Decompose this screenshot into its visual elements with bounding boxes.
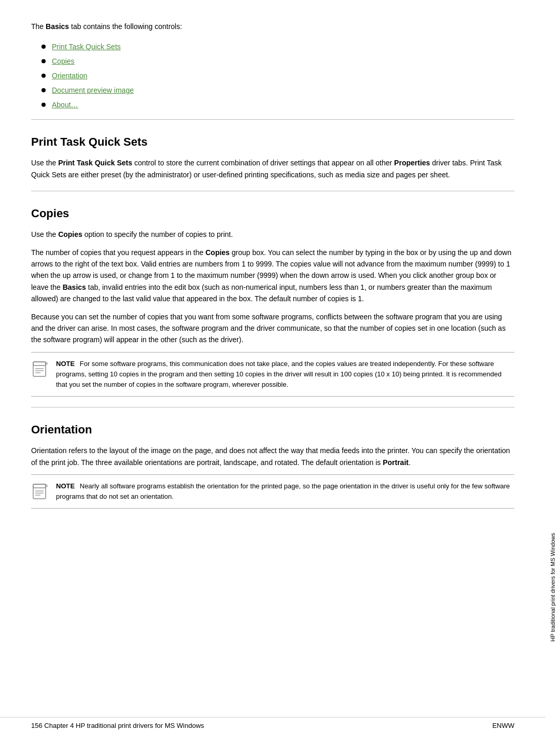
copies-para1: Use the Copies option to specify the num… [31, 229, 514, 240]
bullet-dot [41, 88, 46, 92]
footer-right: ENWW [492, 722, 514, 729]
copies-para2: The number of copies that you request ap… [31, 247, 514, 305]
note-text-copies: For some software programs, this communi… [56, 360, 501, 388]
svg-rect-6 [33, 484, 46, 499]
list-item: Print Task Quick Sets [31, 43, 514, 51]
section-divider-copies [31, 191, 514, 191]
main-content: The Basics tab contains the following co… [0, 0, 545, 745]
link-copies[interactable]: Copies [52, 57, 75, 65]
list-item: Copies [31, 57, 514, 65]
section-divider [31, 119, 514, 120]
link-print-task-quick-sets[interactable]: Print Task Quick Sets [52, 43, 121, 51]
svg-text:✎: ✎ [45, 361, 48, 366]
basics-bold: Basics [46, 22, 69, 31]
list-item: Orientation [31, 72, 514, 80]
note-box-copies: ✎ NOTE For some software programs, this … [31, 352, 514, 397]
copies-para3: Because you can set the number of copies… [31, 311, 514, 346]
print-task-para: Use the Print Task Quick Sets control to… [31, 157, 514, 180]
bullet-dot [41, 45, 46, 49]
svg-rect-1 [33, 362, 46, 366]
sidebar: HP traditional print drivers for MS Wind… [545, 0, 560, 745]
intro-paragraph: The Basics tab contains the following co… [31, 21, 514, 32]
note-label-orientation: NOTE [56, 482, 75, 490]
svg-text:✎: ✎ [45, 484, 48, 488]
orientation-para1: Orientation refers to the layout of the … [31, 445, 514, 468]
copies-group-bold: Copies [205, 248, 230, 257]
note-content-copies: NOTE For some software programs, this co… [56, 359, 514, 390]
bullet-dot [41, 59, 46, 63]
link-orientation[interactable]: Orientation [52, 72, 87, 80]
note-text-orientation: Nearly all software programs establish t… [56, 482, 510, 500]
footer-left: 156 Chapter 4 HP traditional print drive… [31, 722, 204, 729]
note-content-orientation: NOTE Nearly all software programs establ… [56, 481, 514, 502]
print-task-bold: Print Task Quick Sets [58, 159, 132, 167]
svg-rect-0 [33, 362, 46, 376]
section-divider-orientation [31, 407, 514, 407]
svg-rect-7 [33, 484, 46, 488]
link-document-preview[interactable]: Document preview image [52, 86, 134, 94]
list-item: Document preview image [31, 86, 514, 94]
bullet-list: Print Task Quick Sets Copies Orientation… [31, 43, 514, 109]
note-label: NOTE [56, 360, 75, 368]
sidebar-label: HP traditional print drivers for MS Wind… [550, 533, 556, 641]
print-task-heading: Print Task Quick Sets [31, 135, 514, 151]
note-box-orientation: ✎ NOTE Nearly all software programs esta… [31, 474, 514, 509]
note-icon-orientation: ✎ [31, 482, 50, 501]
orientation-heading: Orientation [31, 423, 514, 439]
basics-bold2: Basics [63, 283, 86, 291]
portrait-bold: Portrait [383, 458, 409, 467]
bullet-dot [41, 74, 46, 78]
bullet-dot [41, 103, 46, 107]
page-footer: 156 Chapter 4 HP traditional print drive… [0, 717, 545, 729]
list-item: About… [31, 101, 514, 109]
page-container: The Basics tab contains the following co… [0, 0, 560, 745]
copies-heading: Copies [31, 207, 514, 222]
copies-bold: Copies [58, 230, 82, 238]
link-about[interactable]: About… [52, 101, 78, 109]
properties-bold: Properties [394, 159, 430, 167]
note-icon: ✎ [31, 360, 50, 378]
